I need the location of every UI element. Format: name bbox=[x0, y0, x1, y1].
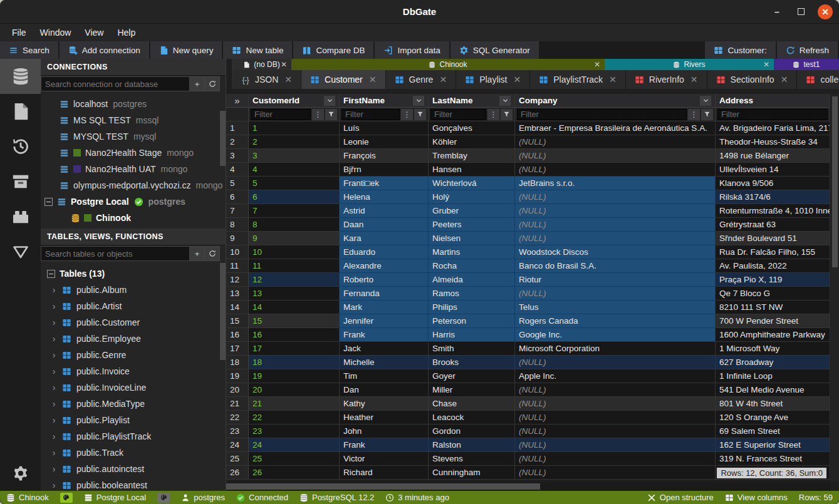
table-item[interactable]: ›public.Employee bbox=[41, 331, 226, 347]
cell-address[interactable]: Klanova 9/506 bbox=[716, 177, 830, 190]
cell-customerid[interactable]: 12 bbox=[249, 273, 340, 287]
table-item[interactable]: ›public.Artist bbox=[41, 298, 226, 314]
cell-address[interactable]: Grétrystraat 63 bbox=[716, 218, 830, 232]
close-button[interactable]: ✕ bbox=[818, 4, 833, 19]
filter-funnel-button[interactable] bbox=[701, 109, 713, 120]
cell-firstname[interactable]: Luís bbox=[340, 121, 429, 135]
table-item[interactable]: ›public.Track bbox=[41, 445, 226, 461]
connection-item[interactable]: localhostpostgres bbox=[41, 96, 226, 112]
row-number-cell[interactable]: 2 bbox=[226, 135, 249, 149]
cell-firstname[interactable]: Frank bbox=[340, 328, 429, 342]
cell-company[interactable]: Rogers Canada bbox=[515, 314, 716, 328]
connection-color-swatch[interactable] bbox=[157, 493, 170, 503]
status-3-minutes-ago[interactable]: 3 minutes ago bbox=[385, 493, 449, 502]
maximize-button[interactable] bbox=[794, 5, 808, 19]
filter-funnel-button[interactable] bbox=[501, 109, 513, 120]
cell-company[interactable]: (NULL) bbox=[515, 163, 716, 177]
cell-customerid[interactable]: 3 bbox=[249, 149, 340, 163]
row-number-cell[interactable]: 4 bbox=[226, 163, 249, 177]
add-connection-mini-button[interactable]: + bbox=[190, 76, 205, 91]
row-number-cell[interactable]: 19 bbox=[226, 369, 249, 383]
cell-address[interactable]: Rua Dr. Falcăo Filho, 155 bbox=[716, 245, 830, 259]
cell-lastname[interactable]: Miller bbox=[429, 383, 515, 397]
filter-menu-button[interactable]: ⋮ bbox=[312, 109, 324, 120]
grid-corner-expand[interactable]: » bbox=[226, 94, 249, 108]
row-number-cell[interactable]: 13 bbox=[226, 287, 249, 301]
cell-address[interactable]: 162 E Superior Street bbox=[716, 438, 830, 452]
filter-input-address[interactable] bbox=[717, 109, 828, 120]
row-number-cell[interactable]: 5 bbox=[226, 177, 249, 190]
toolbar-button-import-data[interactable]: Import data bbox=[375, 41, 449, 59]
connection-item[interactable]: Nano2Health Stagemongo bbox=[41, 145, 226, 161]
row-number-cell[interactable]: 17 bbox=[226, 342, 249, 356]
cell-customerid[interactable]: 26 bbox=[249, 466, 340, 480]
table-row[interactable]: 1111AlexandreRochaBanco do Brasil S.A.Av… bbox=[226, 259, 830, 273]
cell-customerid[interactable]: 23 bbox=[249, 424, 340, 438]
row-number-cell[interactable]: 26 bbox=[226, 466, 249, 480]
cell-customerid[interactable]: 19 bbox=[249, 369, 340, 383]
table-row[interactable]: 44BjřrnHansen(NULL)UllevÍlsveien 14 bbox=[226, 163, 830, 177]
tables-search-input[interactable] bbox=[41, 246, 190, 261]
grid-vertical-scrollbar-thumb[interactable] bbox=[832, 96, 838, 267]
cell-lastname[interactable]: Ramos bbox=[429, 287, 515, 301]
cell-company[interactable]: (NULL) bbox=[515, 452, 716, 466]
minimize-button[interactable]: – bbox=[770, 5, 784, 19]
cell-customerid[interactable]: 2 bbox=[249, 135, 340, 149]
close-icon[interactable]: ✕ bbox=[609, 75, 617, 85]
cell-address[interactable]: 801 W 4th Street bbox=[716, 397, 830, 411]
cell-firstname[interactable]: Kathy bbox=[340, 397, 429, 411]
close-icon[interactable]: ✕ bbox=[690, 75, 698, 85]
table-row[interactable]: 2020DanMiller(NULL)541 Del Medio Avenue bbox=[226, 383, 830, 397]
cell-address[interactable]: 627 Broadway bbox=[716, 356, 830, 369]
filter-input-first[interactable] bbox=[341, 109, 400, 120]
tab-riverinfo[interactable]: RiverInfo✕ bbox=[626, 70, 707, 89]
table-row[interactable]: 2424FrankRalston(NULL)162 E Superior Str… bbox=[226, 438, 830, 452]
column-header-id[interactable]: CustomerId bbox=[249, 94, 340, 108]
table-row[interactable]: 2323JohnGordon(NULL)69 Salem Street bbox=[226, 424, 830, 438]
close-icon[interactable]: ✕ bbox=[514, 75, 521, 85]
cell-address[interactable]: 700 W Pender Street bbox=[716, 314, 830, 328]
cell-customerid[interactable]: 8 bbox=[249, 218, 340, 232]
cell-address[interactable]: Sřnder Boulevard 51 bbox=[716, 232, 830, 245]
table-item[interactable]: ›public.MediaType bbox=[41, 396, 226, 412]
table-row[interactable]: 22LeonieKöhler(NULL)Theodor-Heuss-Straße… bbox=[226, 135, 830, 149]
cell-lastname[interactable]: Holý bbox=[429, 190, 515, 204]
cell-firstname[interactable]: Fernanda bbox=[340, 287, 429, 301]
cell-lastname[interactable]: Almeida bbox=[429, 273, 515, 287]
table-row[interactable]: 66HelenaHolý(NULL)Rilská 3174/6 bbox=[226, 190, 830, 204]
table-row[interactable]: 1818MichelleBrooks(NULL)627 Broadway bbox=[226, 356, 830, 369]
cell-customerid[interactable]: 24 bbox=[249, 438, 340, 452]
table-row[interactable]: 1313FernandaRamos(NULL)Qe 7 Bloco G bbox=[226, 287, 830, 301]
chevron-right-icon[interactable]: › bbox=[50, 317, 58, 327]
group-tab-test1[interactable]: test1 bbox=[774, 59, 839, 70]
rail-item-history[interactable] bbox=[0, 129, 41, 164]
tab-playlist[interactable]: Playlist✕ bbox=[456, 70, 530, 89]
menu-help[interactable]: Help bbox=[112, 26, 141, 39]
cell-firstname[interactable]: Heather bbox=[340, 411, 429, 424]
cell-lastname[interactable]: Gruber bbox=[429, 204, 515, 218]
row-number-cell[interactable]: 14 bbox=[226, 301, 249, 314]
row-number-cell[interactable]: 24 bbox=[226, 438, 249, 452]
connection-item[interactable]: Nano2Health UATmongo bbox=[41, 161, 226, 177]
database-item[interactable]: Chinook bbox=[41, 210, 226, 226]
cell-firstname[interactable]: Helena bbox=[340, 190, 429, 204]
status-rows-59[interactable]: Rows: 59 bbox=[799, 493, 833, 502]
toolbar-button-compare-db[interactable]: Compare DB bbox=[293, 41, 373, 59]
table-row[interactable]: 77AstridGruber(NULL)Rotenturmstraße 4, 1… bbox=[226, 204, 830, 218]
cell-company[interactable]: (NULL) bbox=[515, 232, 716, 245]
grid-horizontal-scrollbar[interactable] bbox=[226, 482, 830, 491]
cell-address[interactable]: Rotenturmstraße 4, 1010 Innere Stadt bbox=[716, 204, 830, 218]
cell-company[interactable]: Google Inc. bbox=[515, 328, 716, 342]
toolbar-button-add-connection[interactable]: Add connection bbox=[60, 41, 149, 59]
column-dropdown-button[interactable] bbox=[413, 96, 424, 106]
tab-collection[interactable]: collection✕ bbox=[797, 70, 839, 89]
row-number-cell[interactable]: 1 bbox=[226, 121, 249, 135]
row-number-cell[interactable]: 11 bbox=[226, 259, 249, 273]
table-row[interactable]: 88DaanPeeters(NULL)Grétrystraat 63 bbox=[226, 218, 830, 232]
cell-address[interactable]: UllevÍlsveien 14 bbox=[716, 163, 830, 177]
table-row[interactable]: 1515JenniferPetersonRogers Canada700 W P… bbox=[226, 314, 830, 328]
cell-firstname[interactable]: François bbox=[340, 149, 429, 163]
table-row[interactable]: 1010EduardoMartinsWoodstock DiscosRua Dr… bbox=[226, 245, 830, 259]
cell-firstname[interactable]: Alexandre bbox=[340, 259, 429, 273]
cell-firstname[interactable]: John bbox=[340, 424, 429, 438]
